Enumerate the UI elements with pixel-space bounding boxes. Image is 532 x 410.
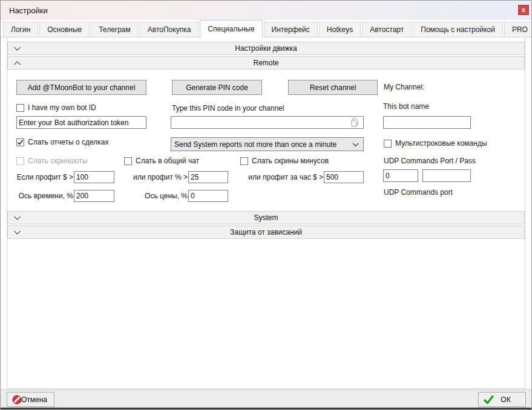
checkbox-box[interactable] [16,104,24,112]
checkbox-label: Слать в общий чат [136,157,199,165]
checkbox-box [16,157,24,165]
tab-bar: Логин Основные Телеграм АвтоПокупка Спец… [1,20,531,37]
send-screenshots-checkbox: Слать скриншоты [16,157,88,165]
udp-port-input[interactable] [383,169,418,182]
tab-special[interactable]: Специальные [200,20,262,37]
ok-button[interactable]: ОК [478,392,526,407]
send-common-chat-checkbox[interactable]: Слать в общий чат [124,157,199,165]
cancel-button[interactable]: Отмена [7,392,54,407]
reset-channel-button[interactable]: Reset channel [288,80,378,95]
chevron-down-icon [13,46,21,51]
section-label: System [8,213,524,222]
settings-window: Настройки x Логин Основные Телеграм Авто… [0,0,532,410]
udp-port-pass-label: UDP Commands Port / Pass [384,157,476,165]
checkbox-box[interactable] [240,157,248,165]
chevron-down-icon [13,215,21,221]
checkbox-label: Слать скриншоты [28,157,88,165]
checkbox-box[interactable] [16,138,24,146]
checkbox-label: Слать скрины минусов [252,157,329,165]
checkbox-label: I have my own bot ID [28,103,96,112]
tab-login[interactable]: Логин [3,22,38,37]
this-bot-name-label: This bot name [383,102,429,111]
dropdown-value: Send System reports not more than once a… [174,140,337,149]
system-reports-dropdown[interactable]: Send System reports not more than once a… [171,137,364,151]
udp-pass-input[interactable] [422,169,471,182]
tab-hotkeys[interactable]: Hotkeys [319,22,361,37]
profit-pct-input[interactable] [188,171,228,183]
close-button[interactable]: x [518,5,529,15]
udp-commands-port-label: UDP Commands port [384,188,453,197]
check-icon [17,139,24,146]
bot-name-input[interactable] [383,116,471,129]
section-system[interactable]: System [7,211,525,224]
titlebar[interactable]: Настройки x [1,1,531,20]
tab-setup-help[interactable]: Помощь с настройкой [413,22,503,37]
pin-code-input[interactable] [171,116,364,129]
my-channel-label: My Channel: [384,83,424,91]
price-axis-label: Ось цены, % [128,192,188,200]
check-icon [484,395,494,405]
tab-autostart[interactable]: Автостарт [362,22,412,37]
cancel-icon [12,395,22,405]
section-freeze-protection[interactable]: Защита от зависаний [7,226,525,239]
type-pin-label: Type this PIN code in your channel [172,104,284,112]
window-bottom-edge [1,408,531,410]
add-bot-button[interactable]: Add @TMoonBot to your channel [16,80,146,95]
send-reports-checkbox[interactable]: Слать отчеты о сделках [16,138,109,146]
price-axis-input[interactable] [188,190,228,202]
section-remote[interactable]: Remote [7,56,525,70]
own-bot-id-checkbox[interactable]: I have my own bot ID [16,103,96,112]
checkbox-box[interactable] [384,140,392,148]
profit-pct-label: или профит % > [128,173,188,181]
tab-telegram[interactable]: Телеграм [91,22,139,37]
time-axis-label: Ось времени, % [13,192,73,200]
section-label: Настройки движка [8,44,524,53]
section-engine-settings[interactable]: Настройки движка [7,42,525,55]
checkbox-label: Мультистроковые команды [395,139,487,148]
footer-bar: Отмена ОК [1,389,531,408]
send-minus-screens-checkbox[interactable]: Слать скрины минусов [240,157,329,165]
copy-icon[interactable] [350,118,359,127]
section-label: Remote [8,59,524,67]
generate-pin-button[interactable]: Generate PIN code [172,80,262,95]
time-axis-input[interactable] [74,190,114,202]
checkbox-box[interactable] [124,157,132,165]
multiline-commands-checkbox[interactable]: Мультистроковые команды [384,139,487,148]
tab-pro[interactable]: PRO [504,22,532,37]
profit-hour-label: или профит за час $ > [240,173,323,181]
chevron-up-icon [13,60,21,66]
chevron-down-icon [352,143,359,147]
tab-interface[interactable]: Интерфейс [264,22,318,37]
bot-token-input[interactable] [16,116,146,129]
profit-usd-label: Если профит $ > [13,173,73,181]
tab-autobuy[interactable]: АвтоПокупка [140,22,199,37]
profit-usd-input[interactable] [74,171,114,183]
section-label: Защита от зависаний [8,228,524,236]
chevron-down-icon [13,230,21,235]
checkbox-label: Слать отчеты о сделках [28,138,109,146]
profit-hour-input[interactable] [324,171,364,183]
tab-main[interactable]: Основные [39,22,90,37]
window-title: Настройки [9,6,48,15]
